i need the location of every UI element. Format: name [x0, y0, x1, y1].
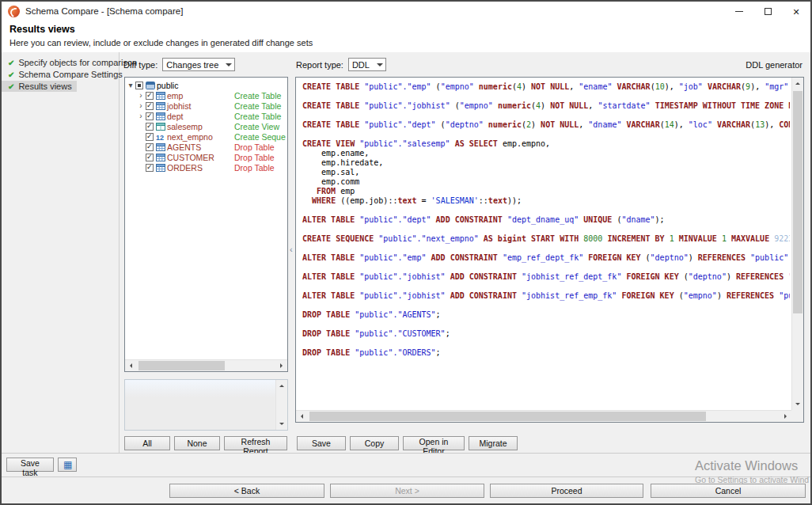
expand-icon[interactable]: ›: [137, 102, 145, 110]
migrate-button[interactable]: Migrate: [469, 436, 518, 450]
scroll-up-button[interactable]: [276, 380, 287, 392]
cancel-button[interactable]: Cancel: [651, 484, 806, 498]
code-line: DROP TABLE "public"."ORDERS";: [302, 348, 790, 358]
scroll-left-button[interactable]: [125, 360, 137, 371]
include-checkbox[interactable]: [146, 123, 154, 131]
include-checkbox[interactable]: [146, 164, 154, 172]
table-icon: [156, 112, 167, 120]
maximize-button[interactable]: [753, 2, 782, 21]
scroll-up-button[interactable]: [792, 78, 803, 89]
scroll-right-button[interactable]: [275, 360, 287, 371]
include-checkbox[interactable]: [146, 143, 154, 151]
tree-item-row[interactable]: ORDERSDrop Table: [127, 162, 286, 173]
app-logo-icon: [8, 6, 20, 17]
code-line: ALTER TABLE "public"."jobhist" ADD CONST…: [302, 272, 790, 282]
wizard-step-label: Specify objects for comparison: [18, 58, 137, 67]
tree-item-row[interactable]: ›empCreate Table: [127, 90, 286, 101]
arrow-left-icon: [127, 363, 132, 368]
tree-item-row[interactable]: CUSTOMERDrop Table: [127, 152, 286, 162]
code-line: [302, 111, 790, 120]
object-name: public: [157, 81, 178, 90]
include-checkbox[interactable]: [146, 133, 154, 141]
code-line: emp.sal,: [302, 168, 790, 177]
object-name: salesemp: [167, 122, 203, 131]
tree-horizontal-scrollbar[interactable]: [125, 359, 287, 371]
include-checkbox[interactable]: [146, 102, 154, 110]
select-all-button[interactable]: All: [124, 436, 170, 450]
report-actions: Save Copy Open in Editor Migrate: [297, 436, 518, 450]
scroll-left-button[interactable]: [296, 411, 308, 422]
change-action: Drop Table: [234, 142, 275, 152]
ddl-code[interactable]: CREATE TABLE "public"."emp" ("empno" num…: [302, 82, 790, 408]
include-checkbox[interactable]: [146, 112, 154, 120]
tree-root-row[interactable]: ▾public: [127, 80, 286, 90]
arrow-left-icon: [298, 414, 303, 419]
proceed-button[interactable]: Proceed: [490, 484, 643, 498]
table-icon: [156, 164, 167, 172]
next-button[interactable]: Next >: [330, 484, 484, 498]
scroll-track[interactable]: [137, 360, 275, 371]
code-line: [302, 320, 790, 329]
schedule-task-button[interactable]: ▦: [58, 458, 77, 472]
detail-vertical-scrollbar[interactable]: [275, 380, 287, 430]
change-action: Create View: [234, 122, 279, 131]
select-none-button[interactable]: None: [174, 436, 220, 450]
code-vertical-scrollbar[interactable]: [791, 78, 803, 410]
back-button[interactable]: < Back: [169, 484, 324, 498]
save-button[interactable]: Save: [297, 436, 346, 450]
tree-item-row[interactable]: ›deptCreate Table: [127, 111, 286, 121]
tree-item-row[interactable]: AGENTSDrop Table: [127, 142, 286, 152]
change-action: Create Table: [234, 112, 281, 121]
scroll-down-button[interactable]: [792, 398, 803, 410]
ddl-report: CREATE TABLE "public"."emp" ("empno" num…: [295, 77, 804, 423]
check-icon: [8, 70, 14, 79]
code-line: [302, 130, 790, 139]
code-line: WHERE ((emp.job)::text = 'SALESMAN'::tex…: [302, 196, 790, 206]
save-task-button[interactable]: Save task: [6, 458, 54, 472]
report-type-select[interactable]: DDL: [348, 58, 386, 71]
copy-button[interactable]: Copy: [350, 436, 399, 450]
tree-item-row[interactable]: ›jobhistCreate Table: [127, 101, 286, 111]
scrollbar-corner: [791, 410, 803, 422]
arrow-right-icon: [280, 363, 285, 368]
wizard-step[interactable]: Specify objects for comparison: [2, 57, 142, 68]
diff-type-value: Changes tree: [166, 60, 231, 70]
table-icon: [156, 154, 167, 161]
refresh-report-button[interactable]: Refresh Report: [224, 436, 287, 450]
expand-icon[interactable]: ›: [137, 112, 145, 120]
change-detail-panel: [124, 379, 288, 431]
diff-type-row: Diff type: Changes tree: [123, 58, 288, 71]
code-line: CREATE TABLE "public"."jobhist" ("empno"…: [302, 101, 790, 111]
diff-panel: Diff type: Changes tree ▾public›empCreat…: [122, 52, 290, 453]
include-checkbox[interactable]: [146, 92, 154, 100]
scroll-down-button[interactable]: [276, 418, 287, 430]
include-checkbox[interactable]: [135, 82, 143, 89]
object-name: dept: [167, 112, 183, 121]
close-button[interactable]: [782, 2, 810, 21]
scroll-track[interactable]: [276, 392, 287, 418]
scroll-track[interactable]: [308, 411, 780, 422]
diff-type-select[interactable]: Changes tree: [162, 58, 235, 71]
wizard-step[interactable]: Results views: [2, 81, 77, 92]
minimize-button[interactable]: [725, 2, 753, 21]
svg-text:12: 12: [156, 134, 164, 141]
scroll-track[interactable]: [792, 89, 803, 398]
scroll-thumb[interactable]: [309, 412, 706, 421]
include-checkbox[interactable]: [146, 154, 154, 161]
object-name: emp: [167, 91, 183, 101]
expand-icon[interactable]: ›: [137, 92, 145, 100]
arrow-up-icon: [795, 80, 800, 85]
scroll-thumb[interactable]: [138, 361, 225, 370]
scroll-thumb[interactable]: [793, 91, 803, 313]
open-in-editor-button[interactable]: Open in Editor: [403, 436, 465, 450]
sequence-icon: 12: [156, 133, 167, 141]
page-subtitle: Here you can review, include or exclude …: [9, 38, 803, 47]
scroll-right-button[interactable]: [780, 411, 791, 422]
collapse-icon[interactable]: ▾: [127, 82, 135, 89]
code-horizontal-scrollbar[interactable]: [296, 410, 791, 422]
tree-item-row[interactable]: 12next_empnoCreate Sequence: [127, 131, 286, 142]
title-bar[interactable]: Schema Compare - [Schema compare]: [2, 2, 810, 21]
tree-item-row[interactable]: salesempCreate View: [127, 121, 286, 131]
wizard-step[interactable]: Schema Compare Settings: [2, 69, 127, 80]
code-line: [302, 206, 790, 215]
